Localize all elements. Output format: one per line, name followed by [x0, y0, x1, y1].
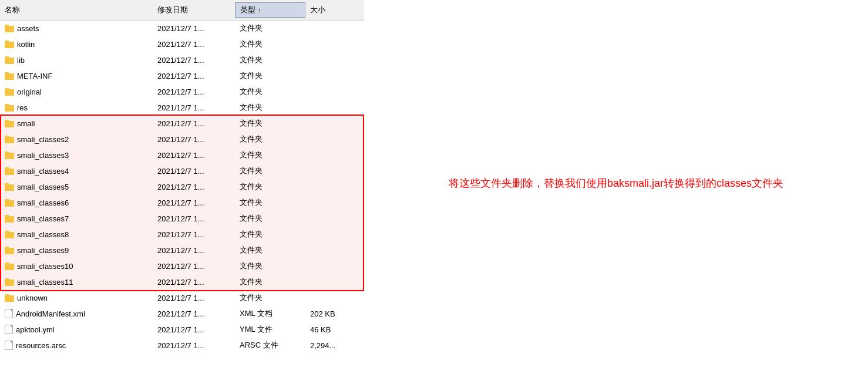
file-type-cell: 文件夹 — [235, 212, 305, 225]
file-name-cell: smali_classes9 — [0, 244, 153, 257]
folder-icon — [5, 294, 14, 302]
table-row[interactable]: lib2021/12/7 1...文件夹 — [0, 52, 364, 68]
table-row[interactable]: res2021/12/7 1...文件夹 — [0, 100, 364, 116]
file-type-cell: XML 文档 — [235, 307, 305, 320]
file-date-cell: 2021/12/7 1... — [153, 53, 235, 66]
file-name-cell: assets — [0, 22, 153, 35]
file-name-text: smali_classes6 — [17, 198, 69, 207]
file-type-cell: 文件夹 — [235, 101, 305, 114]
folder-icon — [5, 41, 14, 48]
file-type-cell: 文件夹 — [235, 196, 305, 209]
file-size-cell — [305, 85, 352, 98]
file-name-cell: smali_classes3 — [0, 149, 153, 161]
file-size-cell: 46 KB — [305, 323, 352, 336]
folder-icon — [5, 72, 14, 80]
file-name-cell: smali_classes2 — [0, 133, 153, 146]
table-row[interactable]: apktool.yml2021/12/7 1...YML 文件46 KB — [0, 322, 364, 338]
col-header-type[interactable]: 类型 ↑ — [235, 2, 305, 18]
col-header-date[interactable]: 修改日期 — [153, 2, 235, 18]
table-row[interactable]: kotlin2021/12/7 1...文件夹 — [0, 36, 364, 52]
col-header-size[interactable]: 大小 — [305, 2, 352, 18]
file-date-cell: 2021/12/7 1... — [153, 22, 235, 35]
file-name-text: smali_classes11 — [17, 278, 73, 287]
file-size-cell — [305, 69, 352, 82]
file-date-cell: 2021/12/7 1... — [153, 339, 235, 352]
file-size-cell — [305, 196, 352, 209]
sort-arrow-icon: ↑ — [258, 7, 261, 14]
file-size-cell: 2,294... — [305, 339, 352, 352]
file-size-cell — [305, 133, 352, 146]
file-icon — [5, 325, 13, 334]
file-name-cell: kotlin — [0, 38, 153, 50]
table-row[interactable]: smali_classes92021/12/7 1...文件夹 — [0, 243, 364, 258]
table-row[interactable]: smali2021/12/7 1...文件夹 — [0, 116, 364, 132]
file-size-cell — [305, 260, 352, 272]
file-type-cell: 文件夹 — [235, 291, 305, 304]
folder-icon — [5, 215, 14, 223]
file-name-text: smali_classes4 — [17, 167, 69, 176]
folder-icon — [5, 247, 14, 254]
file-date-cell: 2021/12/7 1... — [153, 307, 235, 320]
file-type-cell: ARSC 文件 — [235, 339, 305, 352]
file-date-cell: 2021/12/7 1... — [153, 196, 235, 209]
file-name-text: original — [17, 87, 42, 96]
table-row[interactable]: smali_classes32021/12/7 1...文件夹 — [0, 147, 364, 163]
table-header: 名称 修改日期 类型 ↑ 大小 — [0, 0, 364, 21]
table-row[interactable]: unknown2021/12/7 1...文件夹 — [0, 290, 364, 306]
file-name-cell: smali_classes5 — [0, 180, 153, 193]
folder-icon — [5, 262, 14, 270]
file-size-cell — [305, 180, 352, 193]
col-name-label: 名称 — [5, 5, 20, 15]
file-name-cell: smali_classes7 — [0, 212, 153, 225]
table-row[interactable]: smali_classes52021/12/7 1...文件夹 — [0, 179, 364, 195]
file-name-cell: resources.arsc — [0, 339, 153, 352]
file-name-text: META-INF — [17, 72, 52, 80]
folder-icon — [5, 278, 14, 286]
file-size-cell — [305, 291, 352, 304]
table-row[interactable]: smali_classes62021/12/7 1...文件夹 — [0, 195, 364, 211]
file-type-cell: 文件夹 — [235, 180, 305, 193]
annotation-text: 将这些文件夹删除，替换我们使用baksmali.jar转换得到的classes文… — [449, 175, 783, 192]
table-row[interactable]: smali_classes22021/12/7 1...文件夹 — [0, 132, 364, 147]
table-row[interactable]: assets2021/12/7 1...文件夹 — [0, 21, 364, 36]
file-date-cell: 2021/12/7 1... — [153, 133, 235, 146]
file-type-cell: 文件夹 — [235, 133, 305, 146]
file-name-text: smali — [17, 119, 35, 128]
table-row[interactable]: smali_classes102021/12/7 1...文件夹 — [0, 258, 364, 274]
file-date-cell: 2021/12/7 1... — [153, 260, 235, 272]
file-type-cell: 文件夹 — [235, 228, 305, 241]
file-name-text: apktool.yml — [16, 325, 55, 334]
file-date-cell: 2021/12/7 1... — [153, 149, 235, 161]
file-name-cell: original — [0, 85, 153, 98]
file-size-cell — [305, 22, 352, 35]
file-size-cell — [305, 275, 352, 288]
table-row[interactable]: smali_classes72021/12/7 1...文件夹 — [0, 211, 364, 227]
file-name-cell: res — [0, 101, 153, 114]
table-row[interactable]: original2021/12/7 1...文件夹 — [0, 84, 364, 100]
file-date-cell: 2021/12/7 1... — [153, 101, 235, 114]
table-row[interactable]: smali_classes42021/12/7 1...文件夹 — [0, 163, 364, 179]
file-size-cell — [305, 117, 352, 130]
table-row[interactable]: META-INF2021/12/7 1...文件夹 — [0, 68, 364, 84]
file-name-text: smali_classes8 — [17, 230, 69, 239]
main-container: 名称 修改日期 类型 ↑ 大小 assets2021/12/7 1...文件夹k… — [0, 0, 868, 367]
file-explorer: 名称 修改日期 类型 ↑ 大小 assets2021/12/7 1...文件夹k… — [0, 0, 364, 367]
file-type-cell: 文件夹 — [235, 53, 305, 66]
file-name-text: unknown — [17, 294, 48, 302]
file-size-cell — [305, 244, 352, 257]
file-list: assets2021/12/7 1...文件夹kotlin2021/12/7 1… — [0, 21, 364, 353]
table-row[interactable]: smali_classes112021/12/7 1...文件夹 — [0, 274, 364, 290]
file-type-cell: 文件夹 — [235, 260, 305, 272]
file-date-cell: 2021/12/7 1... — [153, 117, 235, 130]
file-date-cell: 2021/12/7 1... — [153, 291, 235, 304]
file-name-cell: apktool.yml — [0, 323, 153, 336]
file-name-text: res — [17, 103, 28, 112]
table-row[interactable]: smali_classes82021/12/7 1...文件夹 — [0, 227, 364, 243]
table-row[interactable]: resources.arsc2021/12/7 1...ARSC 文件2,294… — [0, 338, 364, 353]
file-list-wrapper: assets2021/12/7 1...文件夹kotlin2021/12/7 1… — [0, 21, 364, 353]
file-name-cell: unknown — [0, 291, 153, 304]
folder-icon — [5, 88, 14, 96]
table-row[interactable]: AndroidManifest.xml2021/12/7 1...XML 文档2… — [0, 306, 364, 322]
file-type-cell: 文件夹 — [235, 69, 305, 82]
col-header-name[interactable]: 名称 — [0, 2, 153, 18]
